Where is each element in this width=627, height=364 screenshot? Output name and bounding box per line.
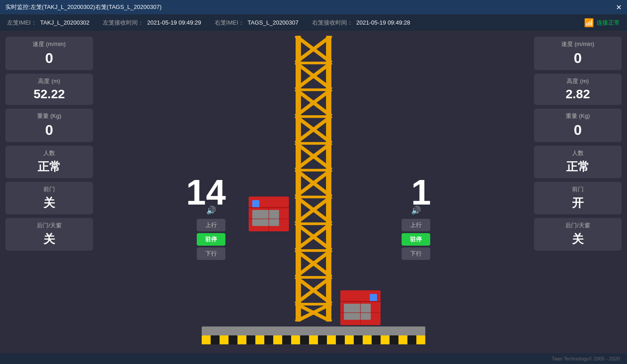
right-speed-label: 速度 (m/min) (539, 40, 616, 48)
right-people-card: 人数 正常 (534, 146, 622, 178)
ground-platform (202, 326, 425, 335)
left-receive-label: 左笼接收时间： (103, 19, 144, 27)
main-window: 实时监控:左笼(TAKJ_L_20200302)右笼(TAGS_L_202003… (0, 0, 627, 364)
center-visualization: 14 1 🔊 上行 驻停 下行 🔊 上行 驻停 下行 (98, 31, 529, 353)
right-stop-button[interactable]: 驻停 (402, 233, 430, 246)
right-weight-card: 重量 (Kg) 0 (534, 109, 622, 142)
right-front-door-value: 开 (539, 195, 616, 211)
right-sound-icon: 🔊 (411, 205, 421, 215)
left-front-door-value: 关 (11, 195, 88, 211)
connection-icon: 📶 (584, 18, 594, 28)
left-people-value: 正常 (11, 159, 88, 175)
left-panel: 速度 (m/min) 0 高度 (m) 52.22 重量 (Kg) 0 人数 正… (0, 31, 98, 353)
left-up-button[interactable]: 上行 (197, 219, 225, 231)
close-button[interactable]: ✕ (616, 3, 622, 12)
svg-rect-35 (252, 210, 279, 226)
left-receive-value: 2021-05-19 09:49:29 (147, 19, 201, 26)
left-elevator-cage (249, 197, 289, 234)
left-weight-value: 0 (11, 122, 88, 138)
right-front-door-card: 前门 开 (534, 182, 622, 214)
left-front-door-card: 前门 关 (5, 182, 93, 214)
left-front-door-label: 前门 (11, 185, 88, 193)
right-imei-label: 右笼IMEI： (215, 19, 244, 27)
svg-rect-25 (296, 88, 331, 91)
svg-rect-27 (296, 142, 331, 145)
left-down-button[interactable]: 下行 (197, 247, 225, 260)
right-people-value: 正常 (539, 159, 616, 175)
left-rear-door-label: 后门/天窗 (11, 222, 88, 230)
right-people-label: 人数 (539, 149, 616, 157)
svg-rect-30 (296, 222, 331, 225)
right-speed-card: 速度 (m/min) 0 (534, 37, 622, 70)
right-imei-info: 右笼IMEI： TAGS_L_20200307 (215, 19, 299, 27)
right-speed-value: 0 (539, 50, 616, 67)
left-imei-value: TAKJ_L_20200302 (40, 19, 89, 26)
left-direction-controls: 🔊 上行 驻停 下行 (197, 205, 225, 260)
right-panel: 速度 (m/min) 0 高度 (m) 2.82 重量 (Kg) 0 人数 正常… (529, 31, 627, 353)
left-receive-info: 左笼接收时间： 2021-05-19 09:49:29 (103, 19, 201, 27)
connection-label: 连接正常 (597, 19, 620, 27)
left-stop-button[interactable]: 驻停 (197, 233, 225, 246)
right-receive-value: 2021-05-19 09:49:28 (356, 19, 411, 26)
left-rear-door-value: 关 (11, 231, 88, 247)
header-bar: 左笼IMEI： TAKJ_L_20200302 左笼接收时间： 2021-05-… (0, 14, 627, 31)
right-height-card: 高度 (m) 2.82 (534, 74, 622, 105)
right-rear-door-value: 关 (539, 231, 616, 247)
left-rear-door-card: 后门/天窗 关 (5, 218, 93, 251)
right-receive-info: 右笼接收时间： 2021-05-19 09:49:28 (312, 19, 411, 27)
svg-rect-28 (296, 169, 331, 172)
right-up-button[interactable]: 上行 (402, 219, 430, 231)
svg-rect-33 (296, 303, 331, 305)
left-imei-info: 左笼IMEI： TAKJ_L_20200302 (7, 19, 89, 27)
right-height-value: 2.82 (539, 87, 616, 101)
main-content: 速度 (m/min) 0 高度 (m) 52.22 重量 (Kg) 0 人数 正… (0, 31, 627, 353)
left-people-card: 人数 正常 (5, 146, 93, 178)
svg-rect-24 (296, 62, 331, 64)
right-weight-label: 重量 (Kg) (539, 112, 616, 120)
right-weight-value: 0 (539, 122, 616, 138)
left-speed-label: 速度 (m/min) (11, 40, 88, 48)
left-weight-card: 重量 (Kg) 0 (5, 109, 93, 142)
left-sound-icon: 🔊 (206, 205, 216, 215)
window-title: 实时监控:左笼(TAKJ_L_20200302)右笼(TAGS_L_202003… (5, 3, 161, 11)
ground-stripes (202, 335, 425, 344)
copyright-text: Taan Technology© 2005 - 2020 (552, 356, 620, 361)
svg-rect-31 (296, 249, 331, 252)
right-front-door-label: 前门 (539, 185, 616, 193)
svg-rect-32 (296, 276, 331, 279)
right-down-button[interactable]: 下行 (402, 247, 430, 260)
svg-rect-36 (252, 200, 259, 208)
footer: Taan Technology© 2005 - 2020 (0, 353, 627, 364)
left-height-value: 52.22 (11, 87, 88, 101)
left-height-label: 高度 (m) (11, 77, 88, 85)
right-imei-value: TAGS_L_20200307 (248, 19, 299, 26)
svg-rect-26 (296, 115, 331, 118)
left-height-card: 高度 (m) 52.22 (5, 74, 93, 105)
right-rear-door-label: 后门/天窗 (539, 222, 616, 230)
connection-status: 📶 连接正常 (584, 18, 620, 28)
left-people-label: 人数 (11, 149, 88, 157)
right-receive-label: 右笼接收时间： (312, 19, 353, 27)
svg-rect-42 (370, 294, 377, 302)
right-rear-door-card: 后门/天窗 关 (534, 218, 622, 251)
right-direction-controls: 🔊 上行 驻停 下行 (402, 205, 430, 260)
right-height-label: 高度 (m) (539, 77, 616, 85)
svg-rect-41 (344, 304, 371, 320)
left-weight-label: 重量 (Kg) (11, 112, 88, 120)
left-speed-value: 0 (11, 50, 88, 67)
crane-tower (293, 36, 334, 322)
left-speed-card: 速度 (m/min) 0 (5, 37, 93, 70)
svg-rect-29 (296, 196, 331, 198)
title-bar: 实时监控:左笼(TAKJ_L_20200302)右笼(TAGS_L_202003… (0, 0, 627, 14)
left-imei-label: 左笼IMEI： (7, 19, 37, 27)
right-elevator-cage (340, 290, 381, 328)
